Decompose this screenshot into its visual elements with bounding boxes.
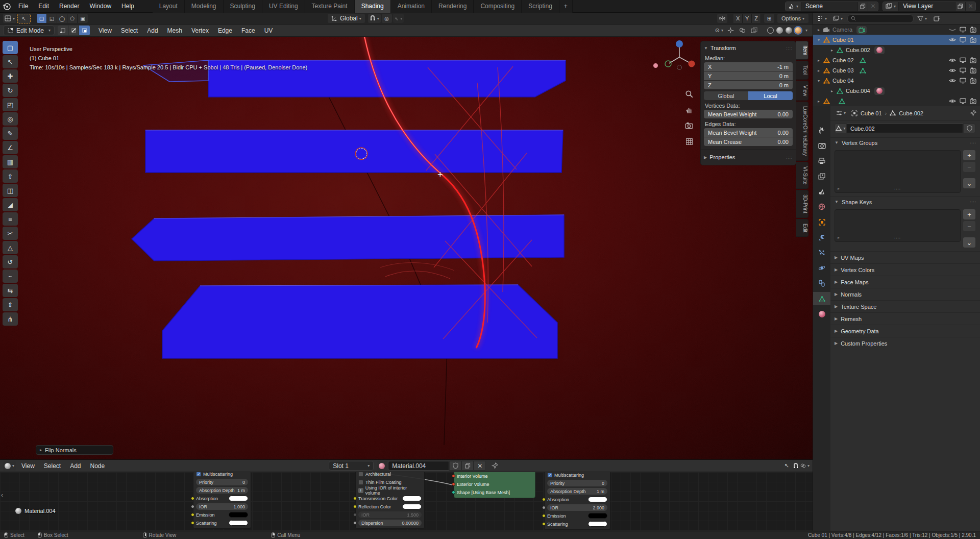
panel-header-uv-maps[interactable]: ▶UV Maps	[830, 251, 980, 263]
color-swatch[interactable]	[402, 504, 422, 509]
tool-add-cube[interactable]: ▦	[3, 155, 18, 168]
panel-header-vertex-colors[interactable]: ▶Vertex Colors	[830, 263, 980, 276]
outliner-row-cube-004[interactable]: ▸Cube.004	[813, 86, 980, 96]
camera-view-icon[interactable]	[683, 119, 695, 132]
disable-in-renders-icon[interactable]	[970, 98, 976, 104]
pan-hand-icon[interactable]	[683, 104, 695, 116]
panel-header-face-maps[interactable]: ▶Face Maps	[830, 276, 980, 288]
shader-editor-type-dropdown[interactable]: ▾	[3, 461, 16, 471]
disable-in-renders-icon[interactable]	[970, 78, 976, 84]
tool-move[interactable]: ✚	[3, 69, 18, 83]
mirror-y-button[interactable]: Y	[743, 14, 752, 23]
outliner-search-input[interactable]	[847, 14, 914, 23]
mode-dropdown[interactable]: Edit Mode ▾	[3, 26, 55, 35]
properties-tab-view-layer[interactable]	[813, 169, 830, 183]
closed-eye-icon[interactable]	[949, 27, 956, 32]
shader-menu-view[interactable]: View	[17, 460, 39, 472]
tool-annotate[interactable]: ✎	[3, 127, 18, 140]
view-layer-selector[interactable]: ▾ View Layer ✕	[883, 2, 976, 11]
editor-type-dropdown[interactable]: ▾	[3, 14, 16, 23]
properties-tab-scene[interactable]	[813, 185, 830, 198]
checkbox[interactable]	[358, 480, 363, 485]
shader-editor[interactable]: ▾ ViewSelectAddNode Slot 1▾ Material.004…	[0, 459, 813, 531]
material-slot-dropdown[interactable]: Slot 1▾	[329, 461, 374, 471]
transform-orientation-dropdown[interactable]: Global▾	[328, 14, 365, 23]
outliner-row-cube-04[interactable]: ▾Cube 04	[813, 76, 980, 86]
object-name[interactable]: Cube.004	[846, 88, 870, 94]
material-name-field[interactable]: Material.004	[392, 462, 426, 470]
disable-in-renders-icon[interactable]	[970, 37, 976, 43]
properties-tab-output[interactable]	[813, 154, 830, 167]
select-tool-select-lasso[interactable]: ⬠	[67, 14, 78, 23]
tool-measure[interactable]: ∠	[3, 141, 18, 154]
expander-icon[interactable]: ▸	[815, 99, 822, 104]
proportional-editing-icon[interactable]: ◎	[382, 14, 392, 23]
select-tool-select-box[interactable]: ◱	[47, 14, 57, 23]
snapping-magnet-icon[interactable]: ▾	[368, 14, 381, 23]
shading-wireframe-button[interactable]	[767, 27, 774, 34]
add-workspace-button[interactable]: +	[559, 0, 573, 13]
panel-header-normals[interactable]: ▶Normals	[830, 288, 980, 300]
tool-rip-region[interactable]: ⋔	[3, 312, 18, 326]
node-row-exterior-volume[interactable]: Exterior Volume	[457, 481, 532, 487]
hide-in-viewport-icon[interactable]	[949, 78, 956, 83]
3d-viewport[interactable]: Edit Mode ▾ ViewSelectAddMeshVertexEdgeF…	[0, 24, 813, 459]
n-panel-tab-3d-print[interactable]: 3D-Print	[796, 190, 808, 218]
outliner-row-cube-01[interactable]: ▾Cube 01	[813, 35, 980, 45]
color-swatch[interactable]	[229, 496, 248, 501]
vertices-field-mean-bevel-weight[interactable]: Mean Bevel Weight0.00	[704, 110, 793, 118]
snap-target-icon[interactable]: ⊞	[764, 14, 774, 23]
fake-user-shield-icon[interactable]	[963, 124, 975, 133]
material-browse-icon[interactable]	[377, 461, 387, 471]
scene-browse-icon[interactable]: ▾	[786, 2, 801, 11]
scene-name[interactable]: Scene	[801, 3, 857, 10]
object-name[interactable]: Cube 01	[832, 37, 854, 43]
material-unlink-icon[interactable]: ✕	[474, 461, 486, 471]
material-fake-user-icon[interactable]	[449, 461, 461, 471]
node-row-emission[interactable]: Emission	[547, 512, 607, 519]
node-row-scattering[interactable]: Scattering	[196, 520, 248, 526]
node-socket[interactable]	[191, 505, 194, 508]
shader-parent-icon[interactable]: ↖	[782, 462, 791, 470]
node-socket[interactable]	[542, 506, 546, 509]
node-row-absorption[interactable]: Absorption	[196, 495, 248, 502]
add-vertex-groups-button[interactable]: +	[963, 150, 975, 160]
tool-poly-build[interactable]: △	[3, 241, 18, 254]
vertex-groups-specials-button[interactable]: ⌄	[963, 178, 975, 188]
panel-header-custom-properties[interactable]: ▶Custom Properties	[830, 337, 980, 349]
transform-panel-header[interactable]: ▼ Transform ::::	[704, 43, 793, 53]
panel-header-vertex-groups[interactable]: ▼Vertex Groups::::	[830, 137, 980, 148]
viewport-menu-uv[interactable]: UV	[260, 24, 278, 37]
node-row-architectural[interactable]: Architectural	[358, 472, 422, 477]
mesh-name-field[interactable]: Cube.002	[847, 124, 963, 133]
view-layer-remove-icon[interactable]: ✕	[965, 2, 975, 11]
hide-in-viewport-icon[interactable]	[949, 37, 956, 42]
add-shape-keys-button[interactable]: +	[963, 209, 975, 219]
disable-in-renders-icon[interactable]	[970, 27, 976, 33]
vertex-groups-list[interactable]: ▸::::	[835, 150, 961, 193]
checkbox[interactable]: ✓	[196, 472, 201, 477]
glass-node[interactable]: ArchitecturalThin Film CoatingiUsing IOR…	[355, 472, 425, 529]
view-layer-name[interactable]: View Layer	[899, 3, 955, 10]
node-row-emission[interactable]: Emission	[196, 511, 248, 518]
shader-snapping-icon[interactable]	[791, 462, 800, 470]
expander-icon[interactable]: ▸	[815, 68, 822, 73]
shading-dropdown-icon[interactable]: ▾	[805, 28, 807, 33]
shader-overlays-dropdown[interactable]: ▾	[800, 462, 810, 470]
material-copy-icon[interactable]	[461, 461, 474, 471]
blender-logo-icon[interactable]	[0, 0, 13, 13]
workspace-tab-layout[interactable]: Layout	[153, 0, 185, 13]
properties-tab-world[interactable]	[813, 200, 830, 213]
volume-node-left[interactable]: ✓MultiscatteringPriority0Absorption Dept…	[193, 472, 251, 529]
node-socket[interactable]	[452, 474, 455, 478]
operator-redo-panel[interactable]: ▸ Flip Normals	[36, 445, 113, 455]
object-visibility-dropdown[interactable]: ⊙▾	[715, 27, 724, 35]
shader-menu-node[interactable]: Node	[86, 460, 110, 472]
outliner-filter-id-dropdown[interactable]: ▾	[831, 14, 844, 23]
outliner-row-row-7[interactable]: ▸	[813, 96, 980, 106]
menu-window[interactable]: Window	[84, 3, 116, 10]
node-row-scattering[interactable]: Scattering	[547, 521, 607, 527]
tool-bevel[interactable]: ◢	[3, 198, 18, 211]
vertex-select-button[interactable]	[58, 26, 68, 35]
shader-menu-select[interactable]: Select	[39, 460, 65, 472]
